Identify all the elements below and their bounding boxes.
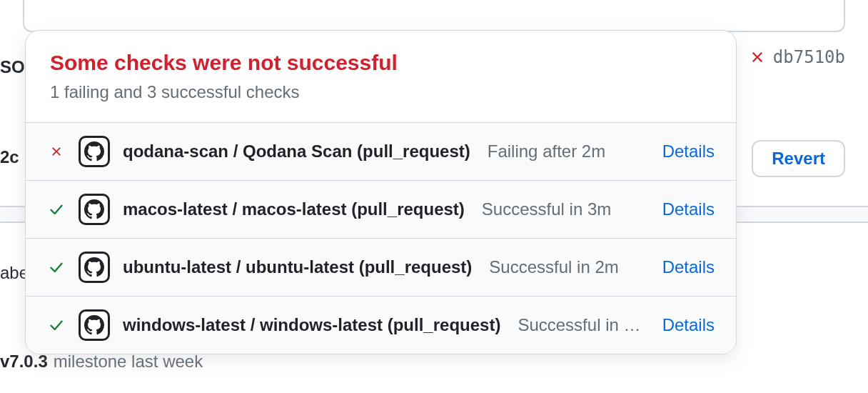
check-row: ubuntu-latest / ubuntu-latest (pull_requ… [26,239,736,297]
check-name[interactable]: macos-latest / macos-latest (pull_reques… [123,199,465,219]
details-link[interactable]: Details [662,257,715,277]
milestone-time: milestone last week [54,352,203,372]
checks-popover: Some checks were not successful 1 failin… [25,30,737,354]
commit-status[interactable]: db7510b [749,47,845,67]
check-name[interactable]: qodana-scan / Qodana Scan (pull_request) [123,141,470,161]
check-result: Failing after 2m [488,141,641,161]
details-link[interactable]: Details [662,199,715,219]
check-result: Successful in 3m [482,199,641,219]
x-icon [47,144,66,159]
popover-header: Some checks were not successful 1 failin… [26,31,736,122]
check-icon [47,201,66,218]
x-icon [749,49,766,66]
milestone-row: v7.0.3 milestone last week [0,352,203,372]
github-icon [79,252,110,283]
check-result: Successful in 2m [489,257,640,277]
check-list: qodana-scan / Qodana Scan (pull_request)… [26,122,736,354]
check-row: macos-latest / macos-latest (pull_reques… [26,181,736,239]
check-name[interactable]: ubuntu-latest / ubuntu-latest (pull_requ… [123,257,472,277]
text-fragment: 2c [0,147,19,167]
check-row: windows-latest / windows-latest (pull_re… [26,297,736,354]
github-icon [79,194,110,225]
commit-sha[interactable]: db7510b [773,47,845,67]
popover-title: Some checks were not successful [50,51,712,75]
github-icon [79,136,110,167]
popover-subtitle: 1 failing and 3 successful checks [50,82,712,102]
background-card [23,0,845,32]
check-icon [47,259,66,276]
check-name[interactable]: windows-latest / windows-latest (pull_re… [123,315,500,335]
revert-button[interactable]: Revert [752,140,845,177]
milestone-version[interactable]: v7.0.3 [0,352,48,372]
check-icon [47,317,66,334]
details-link[interactable]: Details [662,315,715,335]
background-row-2: 2c [0,140,19,174]
github-icon [79,309,110,341]
check-result: Successful in 4m [518,315,640,335]
details-link[interactable]: Details [662,141,715,161]
check-row: qodana-scan / Qodana Scan (pull_request)… [26,123,736,181]
